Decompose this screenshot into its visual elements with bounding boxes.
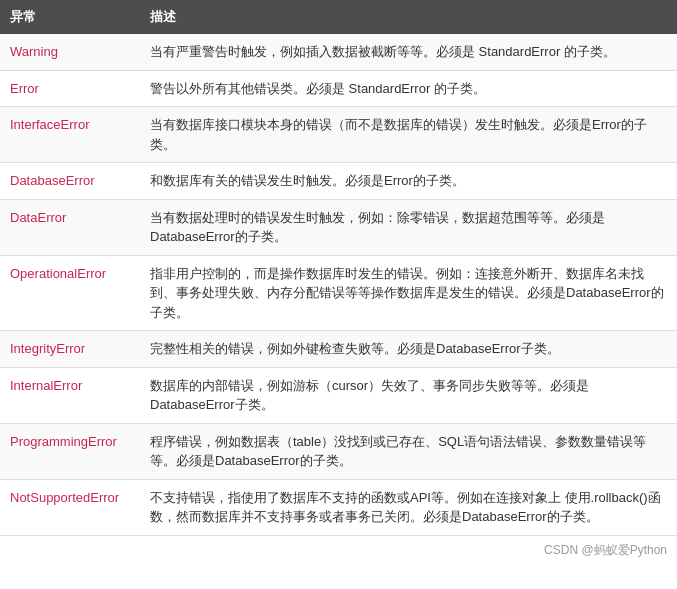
- table-row: ProgrammingError程序错误，例如数据表（table）没找到或已存在…: [0, 423, 677, 479]
- table-row: InternalError数据库的内部错误，例如游标（cursor）失效了、事务…: [0, 367, 677, 423]
- exception-name: InternalError: [0, 367, 140, 423]
- exception-name: ProgrammingError: [0, 423, 140, 479]
- exception-name: DatabaseError: [0, 163, 140, 200]
- exceptions-table: 异常 描述 Warning当有严重警告时触发，例如插入数据被截断等等。必须是 S…: [0, 0, 677, 536]
- table-row: OperationalError指非用户控制的，而是操作数据库时发生的错误。例如…: [0, 255, 677, 331]
- exception-description: 和数据库有关的错误发生时触发。必须是Error的子类。: [140, 163, 677, 200]
- table-row: InterfaceError当有数据库接口模块本身的错误（而不是数据库的错误）发…: [0, 107, 677, 163]
- table-row: Warning当有严重警告时触发，例如插入数据被截断等等。必须是 Standar…: [0, 34, 677, 70]
- exception-name: OperationalError: [0, 255, 140, 331]
- table-row: Error警告以外所有其他错误类。必须是 StandardError 的子类。: [0, 70, 677, 107]
- col-header-name: 异常: [0, 0, 140, 34]
- exception-description: 完整性相关的错误，例如外键检查失败等。必须是DatabaseError子类。: [140, 331, 677, 368]
- exception-description: 指非用户控制的，而是操作数据库时发生的错误。例如：连接意外断开、数据库名未找到、…: [140, 255, 677, 331]
- exception-name: NotSupportedError: [0, 479, 140, 535]
- exception-description: 数据库的内部错误，例如游标（cursor）失效了、事务同步失败等等。必须是Dat…: [140, 367, 677, 423]
- exception-name: DataError: [0, 199, 140, 255]
- exception-name: IntegrityError: [0, 331, 140, 368]
- exception-description: 当有数据库接口模块本身的错误（而不是数据库的错误）发生时触发。必须是Error的…: [140, 107, 677, 163]
- table-row: DatabaseError和数据库有关的错误发生时触发。必须是Error的子类。: [0, 163, 677, 200]
- exception-name: InterfaceError: [0, 107, 140, 163]
- footer: CSDN @蚂蚁爱Python: [0, 536, 677, 565]
- exception-description: 程序错误，例如数据表（table）没找到或已存在、SQL语句语法错误、参数数量错…: [140, 423, 677, 479]
- exception-name: Warning: [0, 34, 140, 70]
- exception-description: 不支持错误，指使用了数据库不支持的函数或API等。例如在连接对象上 使用.rol…: [140, 479, 677, 535]
- exception-name: Error: [0, 70, 140, 107]
- exception-description: 警告以外所有其他错误类。必须是 StandardError 的子类。: [140, 70, 677, 107]
- col-header-desc: 描述: [140, 0, 677, 34]
- exception-description: 当有严重警告时触发，例如插入数据被截断等等。必须是 StandardError …: [140, 34, 677, 70]
- table-row: NotSupportedError不支持错误，指使用了数据库不支持的函数或API…: [0, 479, 677, 535]
- table-row: IntegrityError完整性相关的错误，例如外键检查失败等。必须是Data…: [0, 331, 677, 368]
- exception-description: 当有数据处理时的错误发生时触发，例如：除零错误，数据超范围等等。必须是Datab…: [140, 199, 677, 255]
- footer-text: CSDN @蚂蚁爱Python: [544, 543, 667, 557]
- table-row: DataError当有数据处理时的错误发生时触发，例如：除零错误，数据超范围等等…: [0, 199, 677, 255]
